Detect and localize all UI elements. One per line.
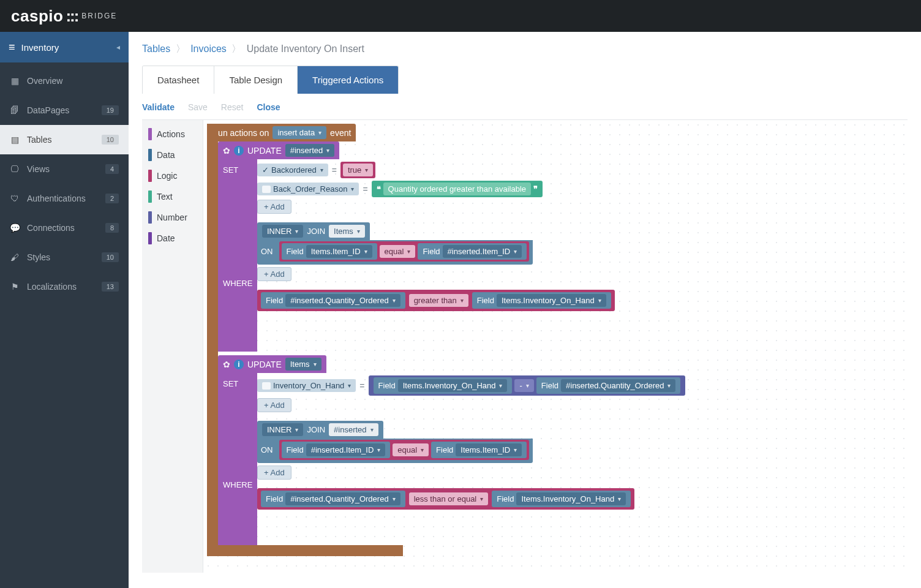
field-left[interactable]: Field #inserted.Item_ID▾	[282, 442, 391, 458]
bc-invoices[interactable]: Invoices	[190, 43, 227, 54]
field-ref[interactable]: Items.Inventory_On_Hand▾	[516, 492, 626, 505]
update-block-1[interactable]: ✿ i UPDATE #inserted▾	[218, 141, 339, 159]
field-path: #inserted.Quantity_Ordered	[566, 381, 664, 390]
nav-localizations[interactable]: ⚑Localizations13	[0, 272, 129, 301]
field-ref[interactable]: Items.Item_ID▾	[456, 443, 522, 456]
badge: 10	[102, 135, 119, 145]
field-ref[interactable]: #inserted.Item_ID▾	[443, 245, 522, 258]
field-ref[interactable]: Items.Inventory_On_Hand▾	[398, 379, 508, 392]
gear-icon[interactable]: ✿	[223, 146, 230, 156]
field-chip[interactable]: Back_Order_Reason▾	[257, 183, 359, 195]
field-ref[interactable]: Items.Inventory_On_Hand▾	[497, 294, 606, 307]
target-label: #inserted	[290, 146, 323, 155]
field-left[interactable]: Field #inserted.Quantity_Ordered▾	[261, 491, 405, 507]
nav-overview[interactable]: ▦Overview	[0, 66, 129, 96]
value-chip[interactable]: true▾	[343, 164, 373, 176]
tabs: Datasheet Table Design Triggered Actions	[142, 66, 399, 94]
join-table[interactable]: #inserted▾	[329, 423, 378, 436]
text-value[interactable]: ❝Quantity ordered greater than available…	[372, 181, 543, 197]
field-kw: Field	[287, 445, 304, 454]
table-name: #inserted	[334, 425, 366, 434]
palette-number[interactable]: Number	[142, 207, 203, 228]
join-block[interactable]: INNER▾ JOIN Items▾	[257, 222, 370, 240]
sidebar-header[interactable]: ≡ Inventory ◂	[0, 32, 129, 62]
join-block[interactable]: INNER▾ JOIN #inserted▾	[257, 421, 383, 439]
root-block[interactable]: Run actions on insert data▾ event	[207, 124, 356, 141]
join-table[interactable]: Items▾	[329, 225, 365, 238]
join-type[interactable]: INNER▾	[262, 423, 303, 436]
on-condition[interactable]: Field Items.Item_ID▾ equal▾ Field #inser…	[279, 241, 530, 262]
chevron-right-icon: 〉	[176, 43, 186, 54]
op-chip[interactable]: less than or equal▾	[409, 492, 489, 505]
op-chip[interactable]: equal▾	[393, 443, 429, 456]
add-join-button[interactable]: + Add	[257, 466, 291, 480]
info-icon[interactable]: i	[234, 146, 244, 156]
field-left[interactable]: Field #inserted.Quantity_Ordered▾	[261, 292, 405, 309]
main: Tables 〉 Invoices 〉 Update Inventory On …	[129, 32, 921, 588]
tab-triggeredactions[interactable]: Triggered Actions	[298, 66, 398, 94]
where-condition[interactable]: Field #inserted.Quantity_Ordered▾ greate…	[257, 290, 615, 311]
palette-actions[interactable]: Actions	[142, 124, 203, 145]
expr-block[interactable]: Field Items.Inventory_On_Hand▾ -▾ Field …	[369, 375, 686, 396]
nav-views[interactable]: 🖵Views4	[0, 154, 129, 184]
field-chip[interactable]: ✓Backordered▾	[257, 164, 328, 176]
tab-datasheet[interactable]: Datasheet	[143, 66, 214, 94]
nav-styles[interactable]: 🖌Styles10	[0, 243, 129, 272]
validate-button[interactable]: Validate	[142, 102, 175, 112]
palette-logic[interactable]: Logic	[142, 165, 203, 186]
field-right[interactable]: Field Items.Inventory_On_Hand▾	[472, 292, 611, 309]
nav-connections[interactable]: 💬Connections8	[0, 213, 129, 243]
add-set-button[interactable]: + Add	[257, 200, 291, 214]
field-path: #inserted.Quantity_Ordered	[290, 296, 388, 305]
breadcrumb: Tables 〉 Invoices 〉 Update Inventory On …	[129, 32, 921, 62]
nav-tables[interactable]: ▤Tables10	[0, 125, 129, 154]
nav-auth[interactable]: 🛡Authentications2	[0, 184, 129, 213]
field-left[interactable]: Field Items.Item_ID▾	[282, 243, 377, 260]
field-b[interactable]: Field #inserted.Quantity_Ordered▾	[536, 377, 681, 394]
op-chip[interactable]: greater than▾	[409, 294, 468, 307]
event-label: insert data	[277, 128, 315, 137]
event-chip[interactable]: insert data▾	[273, 126, 326, 139]
where-condition[interactable]: Field #inserted.Quantity_Ordered▾ less t…	[257, 488, 634, 510]
nav-datapages[interactable]: 🗐DataPages19	[0, 96, 129, 125]
chevron-down-icon: ▾	[295, 228, 298, 235]
logic-value[interactable]: true▾	[340, 162, 375, 178]
palette-data[interactable]: Data	[142, 145, 203, 165]
close-button[interactable]: Close	[257, 102, 280, 112]
chevron-down-icon: ▾	[514, 248, 517, 255]
on-condition[interactable]: Field #inserted.Item_ID▾ equal▾ Field It…	[279, 440, 530, 460]
field-right[interactable]: Field #inserted.Item_ID▾	[418, 243, 527, 260]
field-kw: Field	[378, 381, 396, 390]
reset-button[interactable]: Reset	[221, 102, 244, 112]
update-block-2[interactable]: ✿ i UPDATE Items▾	[218, 355, 326, 373]
palette-text[interactable]: Text	[142, 186, 203, 207]
palette-date[interactable]: Date	[142, 228, 203, 249]
op-minus[interactable]: -▾	[514, 379, 533, 392]
join-label: JOIN	[307, 425, 325, 434]
gear-icon[interactable]: ✿	[223, 360, 230, 369]
block-canvas[interactable]: Run actions on insert data▾ event ✿ i UP…	[203, 120, 908, 573]
info-icon[interactable]: i	[234, 360, 244, 369]
join-type[interactable]: INNER▾	[262, 225, 303, 238]
target-chip[interactable]: Items▾	[285, 358, 321, 371]
field-ref[interactable]: #inserted.Quantity_Ordered▾	[285, 294, 400, 307]
field-ref[interactable]: #inserted.Quantity_Ordered▾	[285, 492, 400, 505]
equals-sign: =	[332, 165, 337, 175]
add-set-button[interactable]: + Add	[257, 398, 291, 412]
add-join-button[interactable]: + Add	[257, 267, 291, 281]
target-chip[interactable]: #inserted▾	[285, 144, 334, 157]
save-button[interactable]: Save	[188, 102, 208, 112]
field-right[interactable]: Field Items.Item_ID▾	[431, 442, 527, 458]
op-chip[interactable]: equal▾	[380, 245, 416, 258]
field-right[interactable]: Field Items.Inventory_On_Hand▾	[492, 491, 631, 507]
tab-tabledesign[interactable]: Table Design	[214, 66, 298, 94]
palette-label: Logic	[157, 171, 177, 181]
field-ref[interactable]: Items.Item_ID▾	[306, 245, 372, 258]
badge: 8	[105, 223, 119, 233]
field-a[interactable]: Field Items.Inventory_On_Hand▾	[374, 377, 513, 394]
field-ref[interactable]: #inserted.Item_ID▾	[306, 443, 386, 456]
field-chip[interactable]: Inventory_On_Hand▾	[257, 379, 356, 392]
field-ref[interactable]: #inserted.Quantity_Ordered▾	[561, 379, 675, 392]
root-rail	[207, 124, 218, 552]
bc-tables[interactable]: Tables	[142, 43, 170, 54]
